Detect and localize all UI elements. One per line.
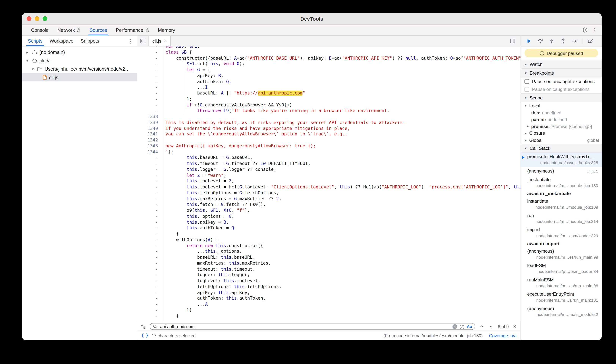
line-number[interactable]: - (137, 96, 163, 102)
minimize-window-button[interactable] (35, 16, 40, 21)
scope-section-header[interactable]: ▾ Scope (521, 93, 602, 102)
settings-gear-icon[interactable] (582, 27, 588, 33)
call-stack-frame[interactable]: (anonymous)cli.js:1 (521, 167, 602, 176)
line-number[interactable]: - (137, 272, 163, 278)
resume-button[interactable] (524, 37, 533, 45)
sidebar-tab-scripts[interactable]: Scripts (24, 36, 46, 46)
line-number[interactable]: - (137, 290, 163, 296)
line-number[interactable]: - (137, 61, 163, 67)
close-icon[interactable]: × (164, 39, 167, 43)
deactivate-breakpoints-button[interactable] (586, 37, 595, 45)
line-number[interactable]: - (137, 85, 163, 91)
tree-item-users-jinhuilee-nvm-versions-node-v2[interactable]: ▾Users/jinhuilee/.nvm/versions/node/v2… (22, 65, 137, 73)
line-number[interactable]: - (137, 243, 163, 249)
pause-on-caught-exceptions-checkbox[interactable] (524, 87, 529, 92)
line-number[interactable]: - (137, 73, 163, 79)
line-number[interactable]: - (137, 67, 163, 73)
close-search-button[interactable]: × (512, 324, 517, 329)
watch-section-header[interactable]: ▸ Watch (521, 60, 602, 69)
call-stack-frame[interactable]: promiseInitHookWithDestroyTr…node:intern… (521, 153, 602, 167)
tree-item-cli-js[interactable]: cli.js (22, 73, 137, 81)
pause-on-uncaught-exceptions-checkbox[interactable] (524, 79, 529, 84)
zoom-window-button[interactable] (43, 16, 47, 21)
tab-memory[interactable]: Memory (154, 25, 179, 35)
toggle-debugger-sidebar-icon[interactable] (507, 39, 518, 43)
call-stack-section-header[interactable]: ▾ Call Stack (521, 144, 602, 153)
previous-match-button[interactable] (479, 324, 485, 329)
line-number[interactable]: - (137, 313, 163, 319)
regex-toggle[interactable]: (.*) (460, 325, 464, 328)
scope-group-global[interactable]: ▸Globalglobal (521, 137, 602, 144)
call-stack-frame[interactable]: _instantiatenode:internal/m…module_job:1… (521, 176, 602, 190)
line-number[interactable]: - (137, 79, 163, 85)
line-number[interactable]: - (137, 278, 163, 284)
close-window-button[interactable] (27, 16, 31, 21)
line-number[interactable]: 1339 (137, 120, 163, 126)
line-number[interactable]: - (137, 173, 163, 179)
call-stack-frame[interactable]: runnode:internal/m…module_job:214 (521, 211, 602, 226)
next-match-button[interactable] (488, 324, 494, 329)
line-number[interactable]: - (137, 196, 163, 202)
chevron-right-icon[interactable]: ▸ (25, 50, 29, 54)
line-number[interactable]: - (137, 179, 163, 184)
call-stack-frame[interactable]: loadESMnode:internal/p…/esm_loader:34 (521, 261, 602, 276)
line-number[interactable]: - (137, 91, 163, 96)
chevron-down-icon[interactable]: ▾ (31, 67, 35, 71)
call-stack-frame[interactable]: importnode:internal/m…esm/loader:329 (521, 226, 602, 240)
navigator-kebab-icon[interactable]: ⋮ (128, 36, 135, 46)
call-stack-frame[interactable]: runMainESMnode:internal/m…es/run_main:98 (521, 276, 602, 290)
line-number[interactable]: - (137, 231, 163, 237)
line-number[interactable]: 1341 (137, 132, 163, 138)
line-number[interactable]: - (137, 161, 163, 167)
line-number[interactable]: - (137, 46, 163, 50)
line-number[interactable]: - (137, 102, 163, 108)
editor-tab-clijs[interactable]: cli.js × (149, 36, 171, 46)
call-stack-frame[interactable]: (anonymous)node:internal/m…es/run_main:9… (521, 247, 602, 261)
line-number[interactable]: - (137, 214, 163, 220)
line-number[interactable]: 1343 (137, 143, 163, 149)
code-editor[interactable]: -var Xs0, $F1;-class $B {- constructor({… (137, 46, 521, 322)
line-number[interactable]: - (137, 260, 163, 266)
line-number[interactable]: 1342 (137, 138, 163, 143)
step-button[interactable] (570, 37, 579, 45)
line-number[interactable]: - (137, 302, 163, 308)
tab-performance[interactable]: Performance (112, 25, 154, 35)
call-stack-frame[interactable]: instantiatenode:internal/m…module_job:10… (521, 197, 602, 211)
scope-group-closure[interactable]: ▸Closure (521, 130, 602, 137)
module-link[interactable]: node:internal/modules/esm/module_job:130 (396, 333, 481, 338)
tab-sources[interactable]: Sources (85, 25, 112, 35)
coverage-link[interactable]: Coverage: n/a (489, 333, 517, 338)
tree-item-no-domain[interactable]: ▸(no domain) (22, 48, 137, 56)
line-number[interactable]: - (137, 108, 163, 114)
line-number[interactable]: 1340 (137, 126, 163, 132)
pretty-print-icon[interactable]: { } (141, 333, 148, 338)
sidebar-tab-workspace[interactable]: Workspace (46, 36, 77, 46)
line-number[interactable]: - (137, 249, 163, 255)
step-out-button[interactable] (559, 37, 568, 45)
breakpoints-section-header[interactable]: ▾ Breakpoints (521, 69, 602, 78)
kebab-menu-icon[interactable]: ⋮ (592, 27, 597, 33)
call-stack-frame[interactable]: (anonymous)node:internal/m…main_module:2 (521, 304, 602, 319)
line-number[interactable]: 1338 (137, 114, 163, 120)
line-number[interactable]: - (137, 202, 163, 208)
match-case-toggle[interactable]: Aa (467, 324, 472, 329)
line-number[interactable]: - (137, 50, 163, 55)
line-number[interactable]: - (137, 307, 163, 313)
clear-search-icon[interactable]: × (452, 324, 457, 329)
tab-console[interactable]: Console (27, 25, 53, 35)
sidebar-tab-snippets[interactable]: Snippets (77, 36, 103, 46)
line-number[interactable]: - (137, 190, 163, 196)
line-number[interactable]: - (137, 167, 163, 173)
line-number[interactable]: - (137, 55, 163, 61)
search-input[interactable] (160, 324, 450, 329)
line-number[interactable]: - (137, 296, 163, 302)
line-number[interactable]: - (137, 208, 163, 214)
chevron-right-icon[interactable]: ▸ (527, 124, 531, 128)
toggle-navigator-icon[interactable] (137, 39, 149, 43)
step-over-button[interactable] (536, 37, 545, 45)
scope-variable-promise[interactable]: ▸promise:Promise {<pending>} (521, 123, 602, 130)
line-number[interactable]: - (137, 284, 163, 290)
line-number[interactable]: 1344 (137, 149, 163, 155)
line-number[interactable]: - (137, 266, 163, 272)
line-number[interactable]: - (137, 184, 163, 190)
